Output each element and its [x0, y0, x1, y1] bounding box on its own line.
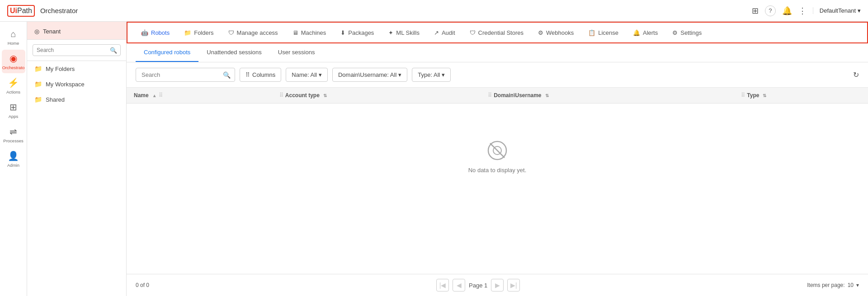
tab-bar: 🤖 Robots 📁 Folders 🛡 Manage access 🖥 Mac… — [127, 22, 868, 43]
sidebar-item-shared[interactable]: 📁 Shared — [27, 92, 126, 107]
sidebar-item-admin[interactable]: 👤 Admin — [2, 147, 25, 171]
home-icon: ⌂ — [10, 29, 16, 39]
sidebar-item-my-folders[interactable]: 📁 My Folders — [27, 61, 126, 76]
help-icon[interactable]: ? — [765, 5, 776, 16]
page-label: Page 1 — [469, 282, 487, 289]
items-per-page-value: 10 — [848, 282, 854, 288]
sidebar-item-actions[interactable]: ⚡ Actions — [2, 74, 25, 98]
tenant-selector[interactable]: DefaultTenant ▾ — [813, 7, 861, 14]
col-domain-resize-left: ⠿ — [488, 92, 492, 99]
filter-bar: 🔍 ⠿ Columns Name: All ▾ Domain\Username:… — [127, 62, 868, 88]
bell-icon[interactable]: 🔔 — [782, 6, 792, 16]
sub-tab-configured-robots[interactable]: Configured robots — [136, 43, 198, 62]
pagination-count: 0 of 0 — [136, 282, 149, 288]
tab-machines[interactable]: 🖥 Machines — [286, 22, 333, 43]
second-sidebar: ◎ Tenant 🔍 📁 My Folders 📁 My Workspace 📁… — [27, 22, 127, 296]
items-per-page-label: Items per page: — [807, 282, 844, 288]
col-type-resize-left: ⠿ — [741, 92, 745, 99]
items-per-page-chevron[interactable]: ▾ — [856, 282, 859, 288]
col-header-name[interactable]: Name ▲ ⠿ — [127, 88, 272, 103]
col-type-label: Type — [747, 92, 759, 99]
logo-area: Ui Path Orchestrator — [7, 5, 78, 17]
header-right: ⊞ ? 🔔 ⋮ DefaultTenant ▾ — [752, 5, 861, 16]
credential-stores-icon: 🛡 — [470, 29, 476, 36]
type-filter-chevron: ▾ — [442, 71, 445, 78]
sidebar-item-shared-label: Shared — [46, 96, 65, 103]
tenant-icon: ◎ — [34, 28, 39, 35]
sidebar-item-home[interactable]: ⌂ Home — [2, 25, 25, 49]
sidebar-search-icon: 🔍 — [110, 47, 117, 54]
sidebar-search-input[interactable] — [33, 44, 121, 56]
tab-ml-skills[interactable]: ✦ ML Skills — [382, 22, 426, 43]
sidebar-item-apps[interactable]: ⊞ Apps — [2, 99, 25, 122]
sub-tab-configured-robots-label: Configured robots — [144, 49, 190, 56]
prev-page-button[interactable]: ◀ — [453, 279, 465, 291]
col-account-sort-icon: ⇅ — [323, 93, 327, 98]
left-sidebar: ⌂ Home ◉ Orchestrato ⚡ Actions ⊞ Apps ⇌ … — [0, 22, 27, 296]
ml-skills-icon: ✦ — [388, 29, 393, 36]
col-header-type[interactable]: ⠿ Type ⇅ — [734, 88, 868, 103]
items-per-page: Items per page: 10 ▾ — [807, 282, 859, 288]
tab-packages[interactable]: ⬇ Packages — [334, 22, 380, 43]
next-page-button[interactable]: ▶ — [491, 279, 504, 291]
second-sidebar-title: Tenant — [43, 28, 61, 35]
tenant-chevron: ▾ — [858, 7, 861, 14]
more-icon[interactable]: ⋮ — [798, 6, 807, 16]
first-page-button[interactable]: |◀ — [436, 279, 449, 291]
folder-icon-shared: 📁 — [34, 96, 42, 103]
sidebar-label-apps: Apps — [9, 114, 19, 119]
empty-text: No data to display yet. — [468, 167, 527, 174]
tab-settings-label: Settings — [680, 29, 702, 36]
tab-folders-label: Folders — [194, 29, 213, 36]
columns-button[interactable]: ⠿ Columns — [240, 68, 281, 82]
sub-tab-user-sessions[interactable]: User sessions — [270, 43, 323, 62]
col-type-sort-icon: ⇅ — [763, 93, 766, 98]
tab-settings[interactable]: ⚙ Settings — [666, 22, 708, 43]
domain-filter-chevron: ▾ — [398, 71, 401, 78]
no-data-icon — [486, 140, 508, 161]
last-page-button[interactable]: ▶| — [507, 279, 520, 291]
sidebar-label-orchestrator: Orchestrato — [2, 65, 25, 70]
machines-icon: 🖥 — [292, 29, 298, 36]
col-domain-sort-icon: ⇅ — [545, 93, 549, 98]
tab-audit-label: Audit — [442, 29, 455, 36]
sidebar-item-processes[interactable]: ⇌ Processes — [2, 123, 25, 146]
name-filter-dropdown[interactable]: Name: All ▾ — [286, 68, 328, 82]
sub-tab-unattended-sessions-label: Unattended sessions — [207, 49, 261, 56]
tab-webhooks[interactable]: ⚙ Webhooks — [532, 22, 580, 43]
tab-folders[interactable]: 📁 Folders — [178, 22, 220, 43]
col-header-domain-username[interactable]: ⠿ Domain\Username ⇅ — [481, 88, 734, 103]
tab-machines-label: Machines — [301, 29, 326, 36]
col-name-label: Name — [134, 92, 149, 99]
tab-robots[interactable]: 🤖 Robots — [135, 22, 176, 43]
tab-manage-access[interactable]: 🛡 Manage access — [222, 22, 284, 43]
sub-tab-user-sessions-label: User sessions — [278, 49, 315, 56]
sidebar-item-orchestrator[interactable]: ◉ Orchestrato — [2, 50, 25, 73]
col-header-account-type[interactable]: ⠿ Account type ⇅ — [272, 88, 481, 103]
tab-alerts-label: Alerts — [643, 29, 658, 36]
admin-icon: 👤 — [8, 150, 19, 161]
col-name-resize: ⠿ — [159, 92, 163, 99]
type-filter-dropdown[interactable]: Type: All ▾ — [412, 68, 451, 82]
folder-icon-workspace: 📁 — [34, 80, 42, 88]
tab-audit[interactable]: ↗ Audit — [428, 22, 462, 43]
grid-icon[interactable]: ⊞ — [752, 6, 759, 16]
name-filter-chevron: ▾ — [319, 71, 322, 78]
tab-credential-stores-label: Credential Stores — [478, 29, 524, 36]
tab-license[interactable]: 📋 License — [582, 22, 625, 43]
domain-filter-dropdown[interactable]: Domain\Username: All ▾ — [332, 68, 407, 82]
folders-icon: 📁 — [184, 29, 191, 36]
tab-manage-access-label: Manage access — [237, 29, 278, 36]
tab-alerts[interactable]: 🔔 Alerts — [627, 22, 664, 43]
sub-tab-unattended-sessions[interactable]: Unattended sessions — [198, 43, 269, 62]
table-search-icon: 🔍 — [223, 71, 231, 79]
filter-search: 🔍 — [136, 68, 235, 82]
table-search-input[interactable] — [136, 68, 235, 82]
sidebar-item-my-workspace[interactable]: 📁 My Workspace — [27, 76, 126, 92]
tab-credential-stores[interactable]: 🛡 Credential Stores — [463, 22, 530, 43]
alerts-icon: 🔔 — [633, 29, 640, 36]
tenant-name: DefaultTenant — [820, 7, 856, 14]
second-sidebar-header: ◎ Tenant — [27, 22, 126, 40]
top-header: Ui Path Orchestrator ⊞ ? 🔔 ⋮ DefaultTena… — [0, 0, 868, 22]
refresh-button[interactable]: ↻ — [853, 71, 859, 79]
